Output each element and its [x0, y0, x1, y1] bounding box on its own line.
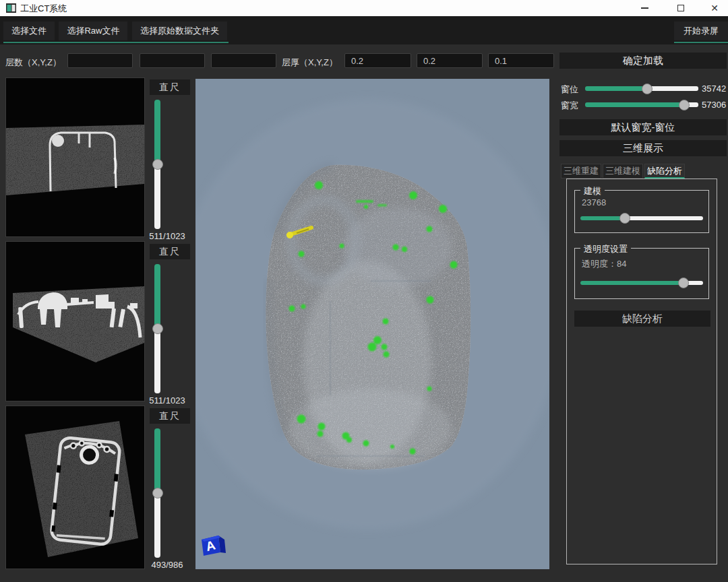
maximize-icon — [677, 5, 684, 11]
layers-z-input[interactable] — [211, 53, 276, 68]
confirm-load-button[interactable]: 确定加载 — [559, 53, 727, 69]
close-icon: ✕ — [710, 3, 719, 13]
slider-track — [625, 216, 703, 220]
thickness-z-input[interactable] — [488, 53, 554, 68]
vendor-logo-cube: A — [200, 531, 228, 558]
window-level-label: 窗位 — [561, 84, 578, 96]
slice-value-3: 493/986 — [142, 560, 193, 570]
select-raw-file-button[interactable]: 选择Raw文件 — [59, 22, 127, 40]
app-icon — [6, 3, 16, 13]
window-width-value: 57306 — [702, 100, 726, 110]
titlebar: 工业CT系统 ✕ — [0, 0, 728, 16]
slider-fill — [580, 216, 625, 220]
layers-y-input[interactable] — [140, 53, 205, 68]
window-width-slider[interactable] — [585, 102, 698, 107]
transparency-value: 透明度：84 — [582, 258, 626, 270]
ruler-button-3[interactable]: 直尺 — [150, 408, 190, 424]
right-panel-tabs: 三维重建 三维建模 缺陷分析 — [561, 164, 685, 179]
ruler-button-1[interactable]: 直尺 — [150, 79, 190, 95]
slider-fill — [154, 100, 160, 164]
thickness-label: 层厚（X,Y,Z） — [282, 57, 338, 69]
record-button-wrap: 开始录屏 — [674, 22, 728, 43]
slider-thumb[interactable] — [152, 159, 163, 170]
scene-3d — [195, 79, 549, 569]
select-raw-data-folder-button[interactable]: 选择原始数据文件夹 — [132, 22, 227, 40]
viewport-3d[interactable]: A — [195, 79, 549, 569]
slice-slider-1[interactable] — [154, 100, 160, 229]
window-width-label: 窗宽 — [561, 100, 578, 112]
slider-thumb[interactable] — [619, 213, 630, 224]
app-window: 工业CT系统 ✕ 选择文件 选择Raw文件 选择原始数据文件夹 开始录屏 层数（… — [0, 0, 728, 582]
thickness-x-input[interactable] — [344, 53, 411, 68]
ct-slice-view-2[interactable] — [5, 241, 145, 401]
ct-slice-view-3[interactable] — [5, 406, 145, 569]
maximize-button[interactable] — [667, 0, 694, 16]
toolbar: 选择文件 选择Raw文件 选择原始数据文件夹 开始录屏 — [0, 16, 728, 44]
close-button[interactable]: ✕ — [701, 0, 728, 16]
slider-track — [154, 329, 160, 393]
slice-value-2: 511/1023 — [142, 395, 193, 406]
ct-slice-3-image — [6, 406, 144, 569]
modeling-value: 23768 — [582, 197, 606, 207]
slider-track — [154, 164, 160, 229]
slider-track — [647, 86, 698, 91]
slider-fill — [585, 86, 647, 91]
minimize-icon — [641, 7, 648, 9]
tab-3d-reconstruction[interactable]: 三维重建 — [561, 164, 601, 179]
slider-thumb[interactable] — [679, 100, 690, 110]
modeling-groupbox: 建模 23768 — [574, 190, 709, 233]
layers-x-input[interactable] — [67, 53, 133, 68]
slider-thumb[interactable] — [152, 323, 163, 334]
tab-3d-modeling[interactable]: 三维建模 — [603, 164, 643, 179]
slider-thumb[interactable] — [152, 488, 163, 498]
transparency-slider[interactable] — [580, 281, 703, 285]
ct-slice-1-image — [6, 78, 144, 236]
slider-fill — [585, 102, 684, 107]
defect-analysis-button[interactable]: 缺陷分析 — [574, 311, 710, 327]
thickness-y-input[interactable] — [417, 53, 483, 68]
defect-analysis-panel: 建模 23768 透明度设置 透明度：84 缺陷分析 — [566, 179, 717, 564]
slider-fill — [154, 264, 160, 329]
slice-value-1: 511/1023 — [142, 231, 193, 241]
layers-label: 层数（X,Y,Z） — [5, 57, 61, 69]
select-file-button[interactable]: 选择文件 — [3, 22, 55, 40]
start-recording-button[interactable]: 开始录屏 — [674, 22, 728, 40]
ct-slice-2-image — [6, 242, 144, 401]
default-window-button[interactable]: 默认窗宽-窗位 — [559, 119, 727, 135]
slider-track — [154, 493, 160, 558]
modeling-slider[interactable] — [580, 216, 703, 220]
modeling-group-title: 建模 — [580, 185, 605, 197]
ct-slice-view-1[interactable] — [5, 77, 145, 237]
minimize-button[interactable] — [631, 0, 658, 16]
slice-slider-2[interactable] — [154, 264, 160, 393]
ruler-button-2[interactable]: 直尺 — [150, 244, 190, 259]
file-button-group: 选择文件 选择Raw文件 选择原始数据文件夹 — [3, 22, 229, 43]
slider-fill — [580, 281, 684, 285]
slider-thumb[interactable] — [678, 278, 689, 288]
window-title: 工业CT系统 — [20, 3, 67, 15]
window-level-value: 35742 — [702, 84, 726, 94]
transparency-group-title: 透明度设置 — [580, 243, 631, 255]
window-level-slider[interactable] — [585, 86, 698, 91]
transparency-groupbox: 透明度设置 透明度：84 — [574, 248, 709, 299]
tab-defect-analysis[interactable]: 缺陷分析 — [644, 164, 685, 179]
slider-fill — [154, 428, 160, 493]
slice-slider-3[interactable] — [154, 428, 160, 558]
display-3d-button[interactable]: 三维展示 — [559, 140, 727, 156]
slider-thumb[interactable] — [642, 84, 653, 94]
